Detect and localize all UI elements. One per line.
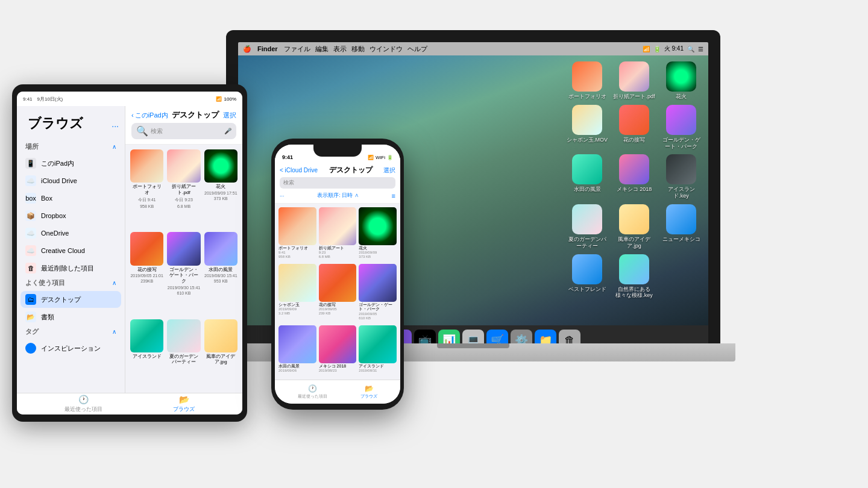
file-thumbnail bbox=[359, 207, 397, 245]
list-item[interactable]: アイスランド 2019/08/31 bbox=[359, 325, 397, 376]
desktop-icon[interactable]: 花火 bbox=[660, 61, 702, 100]
list-item[interactable]: 風車のアイデア.jpg bbox=[204, 319, 237, 388]
ipad-search[interactable]: 🔍 検索 🎤 bbox=[131, 123, 236, 139]
icloud-item-label: iCloud Drive bbox=[41, 177, 77, 184]
desktop-icon[interactable]: 風車のアイデア.jpg bbox=[613, 204, 655, 249]
desktop-icon[interactable]: メキシコ 2018 bbox=[613, 154, 655, 199]
sidebar-more-icon[interactable]: ··· bbox=[112, 121, 119, 131]
iphone-tab-recent[interactable]: 🕐 最近使った項目 bbox=[298, 384, 327, 399]
ipad-select-btn[interactable]: 選択 bbox=[223, 111, 236, 120]
sidebar-item-box[interactable]: box Box bbox=[20, 190, 121, 207]
finder-menu[interactable]: Finder bbox=[257, 45, 278, 52]
garden-label: 夏のガーデンパーティー bbox=[566, 236, 608, 249]
file-meta: 2019/08/30 15:41 bbox=[204, 274, 237, 278]
ipad-page-title: デスクトップ bbox=[172, 110, 219, 120]
iphone-sort-btn[interactable]: 表示順序: 日時 ∧ bbox=[317, 192, 359, 199]
browse-icon: 📂 bbox=[179, 395, 189, 404]
list-item[interactable]: シャボン玉 2019/09/09 3.2 MB bbox=[278, 264, 316, 323]
desktop-icon[interactable]: ポートフォリオ bbox=[566, 61, 608, 100]
iphone-select-btn[interactable]: 選択 bbox=[383, 166, 395, 175]
list-item[interactable]: ゴールデン・ゲート・パーク 2019/09/05 610 KB bbox=[359, 264, 397, 323]
places-chevron[interactable]: ∧ bbox=[112, 143, 116, 150]
windmill-icon bbox=[619, 204, 649, 234]
list-item[interactable]: 折り紙アート.pdf 今日 9:23 6.8 MB bbox=[167, 149, 200, 228]
sidebar-item-creative-cloud[interactable]: ☁️ Creative Cloud bbox=[20, 242, 121, 259]
file-name: ポートフォリオ bbox=[278, 246, 316, 251]
sidebar-item-onedrive[interactable]: ☁️ OneDrive bbox=[20, 225, 121, 242]
menu-edit[interactable]: 編集 bbox=[315, 45, 329, 54]
menu-file[interactable]: ファイル bbox=[284, 45, 310, 54]
sidebar-item-desktop[interactable]: 🗂 デスクトップ bbox=[20, 291, 121, 308]
list-item[interactable]: 花の接写 2019/09/05 21:01 239KB bbox=[130, 232, 163, 315]
sidebar-item-documents[interactable]: 📂 書類 bbox=[20, 308, 121, 325]
sidebar-item-ipad[interactable]: 📱 このiPad内 bbox=[20, 155, 121, 172]
list-item[interactable]: アイスランド bbox=[130, 319, 163, 388]
menubar-right: 📶 🔋 火 9:41 🔍 ☰ bbox=[643, 45, 703, 53]
ipad-date: 9月10日(火) bbox=[37, 96, 63, 102]
bestfriend-icon bbox=[572, 254, 602, 284]
sidebar-item-icloud[interactable]: ☁️ iCloud Drive bbox=[20, 172, 121, 189]
ipad-tab-recent[interactable]: 🕐 最近使った項目 bbox=[64, 395, 102, 413]
favorites-chevron[interactable]: ∧ bbox=[112, 280, 116, 286]
list-item[interactable]: 花火 2019/09/09 373 KB bbox=[359, 207, 397, 261]
nature-icon bbox=[619, 254, 649, 284]
browse-tab-label: ブラウズ bbox=[360, 393, 377, 399]
list-view-icon[interactable]: ≡ bbox=[392, 192, 395, 199]
desktop-icon[interactable]: 花の接写 bbox=[613, 105, 655, 150]
desktop-icon[interactable]: 水田の風景 bbox=[566, 154, 608, 199]
ipad-battery: 100% bbox=[224, 96, 236, 102]
ipad-file-grid: ポートフォリオ 今日 9:41 958 KB 折り紙アート.pdf 今日 9:2… bbox=[125, 145, 242, 393]
ipad-tab-browse[interactable]: 📂 ブラウズ bbox=[173, 395, 195, 413]
three-dots-icon[interactable]: ··· bbox=[280, 193, 285, 199]
menu-window[interactable]: ウインドウ bbox=[370, 45, 403, 54]
paddy-label: 水田の風景 bbox=[574, 186, 601, 193]
desktop-icon[interactable]: アイスランド.key bbox=[660, 154, 702, 199]
inspiration-label: インスピレーション bbox=[41, 344, 101, 353]
list-item[interactable]: ゴールデン・ゲート・パーク 2019/09/30 15:41 610 KB bbox=[167, 232, 200, 315]
file-name: 折り紙アート.pdf bbox=[167, 184, 200, 195]
desktop-icon[interactable]: ベストフレンド bbox=[566, 254, 608, 299]
list-item[interactable]: 折り紙アート 9:23 6.8 MB bbox=[319, 207, 357, 261]
paddy-icon bbox=[572, 154, 602, 184]
list-item[interactable]: 花火 2019/09/09 17:51 373 KB bbox=[204, 149, 237, 228]
sidebar-item-recently-deleted[interactable]: 🗑 最近削除した項目 bbox=[20, 260, 121, 277]
desktop-icon[interactable]: ニューメキシコ bbox=[660, 204, 702, 249]
desktop-icon[interactable]: 自然界にある様々な模様.key bbox=[613, 254, 655, 299]
menu-go[interactable]: 移動 bbox=[351, 45, 365, 54]
menu-view[interactable]: 表示 bbox=[333, 45, 347, 54]
documents-item-label: 書類 bbox=[41, 313, 54, 322]
iphone: 9:41 📶 WiFi 🔋 < iCloud Drive デスクトップ 選択 検… bbox=[271, 139, 404, 410]
file-name: 風車のアイデア.jpg bbox=[204, 354, 237, 365]
sidebar-item-inspiration[interactable]: インスピレーション bbox=[20, 340, 121, 357]
desktop-icon[interactable]: ゴールデン・ゲート・パーク bbox=[660, 105, 702, 150]
list-item[interactable]: 水田の風景 2019/09/06 bbox=[278, 325, 316, 376]
menu-help[interactable]: ヘルプ bbox=[407, 45, 427, 54]
ipad-breadcrumb[interactable]: ‹ このiPad内 bbox=[131, 111, 168, 120]
file-size: 6.8 MB bbox=[319, 255, 357, 258]
list-item[interactable]: 花の接写 2019/09/05 239 KB bbox=[319, 264, 357, 323]
iphone-back-btn[interactable]: < iCloud Drive bbox=[280, 167, 318, 174]
list-item[interactable]: メキシコ 2018 2019/08/23 bbox=[319, 325, 357, 376]
origami-label: 折り紙アート.pdf bbox=[613, 93, 655, 100]
tag-dot bbox=[25, 343, 36, 354]
onedrive-item-label: OneDrive bbox=[41, 230, 69, 237]
tags-chevron[interactable]: ∧ bbox=[112, 328, 116, 335]
desktop-icon[interactable]: シャボン玉.MOV bbox=[566, 105, 608, 150]
file-date: 2019/09/06 bbox=[278, 369, 316, 372]
iphone-toolbar: 🕐 最近使った項目 📂 ブラウズ bbox=[275, 380, 400, 404]
iphone-search[interactable]: 検索 bbox=[280, 177, 395, 189]
icloud-icon: ☁️ bbox=[25, 175, 36, 186]
ipad-content: ブラウズ ··· 場所 ∧ 📱 このiPad内 ☁️ iCloud Drive … bbox=[17, 106, 242, 393]
sidebar-item-dropbox[interactable]: 📦 Dropbox bbox=[20, 207, 121, 224]
desktop-icon[interactable]: 夏のガーデンパーティー bbox=[566, 204, 608, 249]
ipad-status-right: 📶 100% bbox=[216, 96, 236, 102]
iphone-tab-browse[interactable]: 📂 ブラウズ bbox=[360, 384, 377, 399]
search-icon[interactable]: 🔍 bbox=[687, 46, 694, 52]
list-item[interactable]: ポートフォリオ 9:41 958 KB bbox=[278, 207, 316, 261]
list-item[interactable]: ポートフォリオ 今日 9:41 958 KB bbox=[130, 149, 163, 228]
desktop-icon[interactable]: 折り紙アート.pdf bbox=[613, 61, 655, 100]
list-item[interactable]: 夏のガーデンパーティー bbox=[167, 319, 200, 388]
control-icon[interactable]: ☰ bbox=[698, 46, 703, 52]
portfolio-icon bbox=[572, 61, 602, 92]
list-item[interactable]: 水田の風景 2019/08/30 15:41 953 KB bbox=[204, 232, 237, 315]
